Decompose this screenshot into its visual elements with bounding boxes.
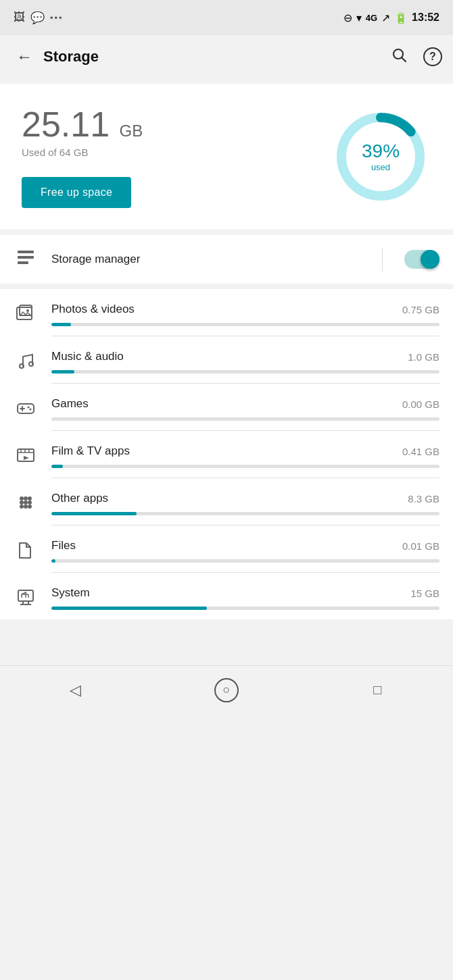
donut-used-text: used [362, 162, 400, 172]
files-progress-bg [51, 559, 439, 563]
sm-divider [382, 247, 383, 272]
other-apps-progress-bg [51, 512, 439, 515]
film-icon [14, 446, 38, 469]
games-name: Games [51, 397, 89, 411]
music-icon [14, 351, 38, 374]
home-nav-button[interactable]: ○ [206, 670, 247, 711]
photos-videos-size: 0.75 GB [402, 304, 439, 315]
svg-point-30 [24, 505, 28, 509]
games-content: Games 0.00 GB [51, 397, 439, 431]
games-progress-bg [51, 417, 439, 421]
photo-icon: 🖼 [14, 11, 25, 24]
svg-point-28 [28, 500, 32, 505]
storage-manager-row[interactable]: Storage manager [0, 235, 453, 284]
files-icon [14, 540, 38, 563]
film-name: Film & TV apps [51, 444, 130, 458]
svg-point-27 [24, 500, 28, 505]
other-apps-size: 8.3 GB [408, 493, 439, 505]
film-progress-fill [51, 465, 63, 468]
back-nav-button[interactable]: ◁ [55, 670, 96, 711]
list-item[interactable]: System 15 GB [0, 573, 453, 619]
svg-point-15 [28, 407, 30, 409]
list-item[interactable]: Files 0.01 GB [0, 525, 453, 573]
other-apps-name: Other apps [51, 492, 108, 505]
donut-label: 39% used [362, 141, 400, 172]
whatsapp-icon: 💬 [30, 11, 45, 25]
svg-point-16 [30, 409, 32, 411]
svg-marker-22 [24, 456, 29, 460]
photos-videos-progress-bg [51, 323, 439, 326]
svg-line-1 [402, 58, 406, 62]
system-size: 15 GB [410, 588, 439, 599]
system-content: System 15 GB [51, 586, 439, 619]
other-apps-content: Other apps 8.3 GB [51, 492, 439, 525]
list-item[interactable]: Music & audio 1.0 GB [0, 336, 453, 384]
status-right-icons: ⊖ ▾ 4G ↗ 🔋 13:52 [343, 11, 439, 24]
svg-rect-6 [18, 261, 28, 264]
svg-point-11 [29, 362, 33, 366]
status-bar: 🖼 💬 ••• ⊖ ▾ 4G ↗ 🔋 13:52 [0, 0, 453, 35]
time: 13:52 [412, 11, 439, 24]
back-button[interactable]: ← [16, 47, 32, 66]
film-content: Film & TV apps 0.41 GB [51, 444, 439, 478]
toggle-thumb [421, 250, 439, 269]
system-name: System [51, 586, 90, 600]
page-title: Storage [43, 48, 375, 66]
storage-manager-toggle[interactable] [404, 250, 439, 269]
music-progress-fill [51, 370, 74, 373]
svg-point-31 [28, 505, 32, 509]
photos-videos-content: Photos & videos 0.75 GB [51, 303, 439, 336]
music-name: Music & audio [51, 350, 124, 363]
other-apps-icon [14, 493, 38, 516]
other-apps-progress-fill [51, 512, 137, 515]
music-size: 1.0 GB [408, 351, 439, 363]
film-progress-bg [51, 465, 439, 468]
files-name: Files [51, 539, 76, 552]
status-left-icons: 🖼 💬 ••• [14, 11, 64, 25]
games-icon [14, 398, 38, 421]
photos-videos-name: Photos & videos [51, 303, 135, 316]
storage-used-amount: 25.11 GB [22, 105, 330, 144]
system-icon [14, 588, 38, 611]
donut-chart: 39% used [330, 106, 431, 207]
dnd-icon: ⊖ [343, 11, 352, 24]
signal-icon: ↗ [381, 11, 390, 24]
storage-manager-icon [14, 248, 38, 271]
help-button[interactable]: ? [423, 47, 442, 66]
storage-card: 25.11 GB Used of 64 GB Free up space 39%… [0, 84, 453, 230]
list-item[interactable]: Games 0.00 GB [0, 384, 453, 431]
category-section: Photos & videos 0.75 GB Music & audio 1.… [0, 289, 453, 619]
storage-subtitle: Used of 64 GB [22, 147, 330, 158]
storage-manager-label: Storage manager [51, 253, 360, 266]
recent-nav-button[interactable]: □ [357, 670, 398, 711]
svg-point-25 [28, 496, 32, 500]
list-item[interactable]: Photos & videos 0.75 GB [0, 289, 453, 336]
more-icon: ••• [50, 13, 64, 23]
photos-videos-progress-fill [51, 323, 71, 326]
svg-point-9 [26, 309, 29, 312]
4g-icon: 4G [366, 13, 377, 23]
files-size: 0.01 GB [402, 540, 439, 552]
games-size: 0.00 GB [402, 398, 439, 410]
svg-point-29 [20, 505, 24, 509]
svg-point-24 [24, 496, 28, 500]
svg-rect-17 [18, 449, 34, 461]
film-size: 0.41 GB [402, 446, 439, 457]
list-item[interactable]: Other apps 8.3 GB [0, 478, 453, 525]
free-up-space-button[interactable]: Free up space [22, 177, 131, 208]
list-item[interactable]: Film & TV apps 0.41 GB [0, 431, 453, 478]
music-progress-bg [51, 370, 439, 373]
home-circle: ○ [214, 678, 239, 702]
battery-icon: 🔋 [394, 11, 408, 24]
svg-point-23 [20, 496, 24, 500]
wifi-icon: ▾ [356, 11, 362, 24]
donut-percent: 39% [362, 141, 400, 162]
system-progress-bg [51, 607, 439, 610]
nav-bar: ◁ ○ □ [0, 665, 453, 714]
files-progress-fill [51, 559, 55, 563]
search-button[interactable] [391, 47, 407, 67]
header: ← Storage ? [0, 35, 453, 78]
system-progress-fill [51, 607, 207, 610]
music-content: Music & audio 1.0 GB [51, 350, 439, 384]
svg-rect-4 [18, 251, 34, 253]
